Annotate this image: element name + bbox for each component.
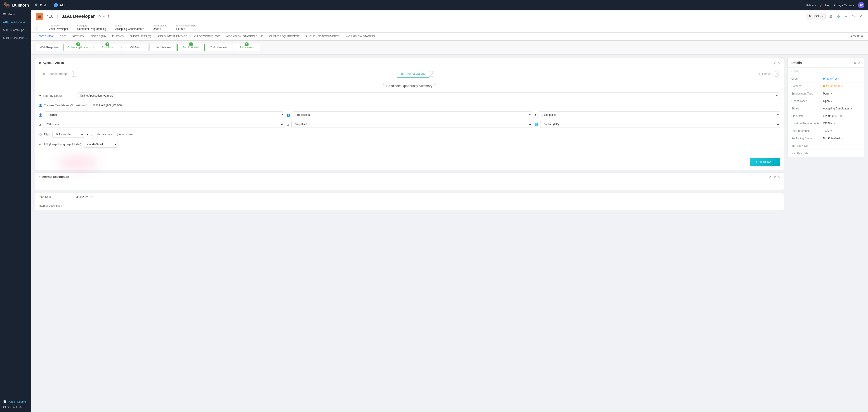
- add-button[interactable]: + Add: [52, 2, 67, 8]
- top-nav-right: Privacy ❓ Help Amaya Capracci AC: [806, 2, 864, 8]
- tax-pref-dropdown[interactable]: ▾: [831, 129, 832, 133]
- find-button[interactable]: 🔍 Find: [33, 2, 48, 8]
- int-desc-refresh-icon[interactable]: ↻: [773, 175, 776, 178]
- internal-description-card: ▪ Internal Description ⤢ ↻ ✕: [35, 173, 784, 190]
- details-close-icon[interactable]: ✕: [858, 61, 861, 65]
- pipeline-1st-interview[interactable]: 1st Interview: [149, 44, 177, 51]
- publishing-status-dropdown[interactable]: ▾: [841, 137, 843, 140]
- anonymise-checkbox[interactable]: Anonymise: [115, 133, 132, 136]
- professional-select[interactable]: Professional: [292, 112, 532, 118]
- pipeline-arrow-2: ›: [93, 46, 94, 50]
- sidebar-item-418[interactable]: 418 | Java Developer: [0, 18, 31, 26]
- actions-button[interactable]: ACTIONS ▾: [806, 13, 826, 20]
- int-desc-expand-icon[interactable]: ⤢: [769, 175, 772, 178]
- ai-close-icon[interactable]: ✕: [778, 61, 780, 64]
- pipeline-web-response[interactable]: Web Response: [36, 44, 63, 51]
- tab-assignment-invoice[interactable]: ASSIGNMENT INVOICE: [154, 33, 190, 41]
- pipeline-2nd-interview[interactable]: ✓ 2nd Interview: [178, 44, 205, 51]
- linkedin-icon[interactable]: in: [103, 15, 105, 18]
- job-icon: 💼: [36, 13, 43, 20]
- tab-shortlists[interactable]: SHORTLISTS (3): [127, 33, 154, 41]
- layout-label: LAYOUT: [849, 35, 860, 38]
- client-dot: [823, 78, 825, 80]
- link-button[interactable]: 🔗: [835, 13, 842, 19]
- layout-icon[interactable]: ⊞: [861, 35, 864, 38]
- detail-start-date: Start Date 03/09/2024 ✕: [788, 112, 864, 120]
- file-data-only-input[interactable]: [91, 133, 94, 136]
- recruiter-select[interactable]: Recruiter: [44, 112, 284, 118]
- bullet-points-select[interactable]: Bullet points: [538, 112, 780, 118]
- step-prompt-options[interactable]: ⊞ Prompt options: [397, 70, 429, 78]
- file-data-only-checkbox[interactable]: File data only: [91, 133, 112, 136]
- employment-type-dropdown[interactable]: ▾: [831, 92, 832, 95]
- simplified-select[interactable]: Simplified: [291, 121, 532, 128]
- client-value[interactable]: SparkTech: [823, 77, 861, 80]
- location-dropdown[interactable]: ▾: [833, 122, 835, 125]
- recruiter-icon: 👤: [39, 113, 42, 117]
- open-closed-dropdown-icon[interactable]: ▾: [160, 27, 161, 31]
- details-header: Details ↻ ✕: [788, 58, 864, 68]
- anonymise-input[interactable]: [115, 133, 118, 136]
- edit-pencil-button[interactable]: ✏: [844, 13, 849, 19]
- words-select[interactable]: 200 words: [43, 121, 284, 128]
- pipeline-3rd-interview[interactable]: 3rd Interview: [205, 44, 232, 51]
- tab-notes[interactable]: NOTES (18): [88, 33, 109, 41]
- int-desc-close-icon[interactable]: ✕: [778, 175, 780, 178]
- start-date-clear[interactable]: ✕: [840, 114, 842, 118]
- tab-kyloe-workflow[interactable]: KYLOE WORKFLOW: [190, 33, 223, 41]
- close-all-tabs[interactable]: CLOSE ALL TABS: [3, 405, 28, 410]
- location-icon[interactable]: 📍: [106, 14, 110, 18]
- sidebar-item-5301[interactable]: 5301 | Rose Johnson: [0, 34, 31, 42]
- language-select[interactable]: English (UK): [540, 121, 780, 128]
- pipeline-placements[interactable]: 5 Placements: [233, 44, 260, 51]
- start-date-clear-icon[interactable]: ✕: [90, 195, 92, 199]
- filter-status-select[interactable]: Online Application (+1 more) ▾: [78, 92, 780, 99]
- pipeline-shortlists[interactable]: 3 Shortlists: [94, 44, 121, 51]
- job-meta: ID 418 Job Title Java Developer Category…: [31, 22, 868, 33]
- print-button[interactable]: 🖨: [828, 13, 833, 19]
- google-link-icon[interactable]: G: [98, 15, 101, 18]
- meta-open-closed: Open/Closed Open ▾: [153, 24, 167, 31]
- pipeline-cv-sent[interactable]: CV Sent: [122, 44, 149, 51]
- tab-files[interactable]: FILES (2): [109, 33, 127, 41]
- filter-status-chevron: ▾: [776, 94, 778, 97]
- help-link[interactable]: Help: [825, 4, 831, 7]
- quote-open-icon: ": [383, 84, 384, 88]
- internal-description-input[interactable]: [39, 204, 780, 207]
- parse-resume-link[interactable]: 📄 Parse Resume: [3, 400, 28, 404]
- open-closed-dropdown[interactable]: ▾: [831, 99, 832, 102]
- tab-workflow-staging-bulk[interactable]: WORKFLOW STAGING BULK: [223, 33, 266, 41]
- options-grid: 👤 Recruiter 👥 Professional: [39, 112, 780, 128]
- tab-published-documents[interactable]: PUBLISHED DOCUMENTS: [303, 33, 343, 41]
- candidates-select[interactable]: John Gallagher (+2 more) ▾: [90, 102, 780, 108]
- generate-button[interactable]: ✦ GENERATE: [750, 158, 780, 166]
- ai-refresh-icon[interactable]: ↻: [773, 61, 776, 64]
- menu-toggle[interactable]: ☰ Menu: [0, 10, 31, 18]
- employment-dropdown-icon[interactable]: ▾: [184, 27, 185, 31]
- refresh-button[interactable]: ↻: [851, 13, 856, 19]
- step-result[interactable]: + Result: [755, 70, 774, 77]
- privacy-link[interactable]: Privacy: [806, 4, 816, 7]
- detail-publishing-status: Publishing Status Not Published ▾: [788, 135, 864, 142]
- meta-employment-type: Employment Type Perm ▾: [176, 24, 196, 31]
- contact-value[interactable]: Sarah Sparks: [823, 85, 861, 88]
- tab-client-requirement[interactable]: CLIENT REQUIREMENT: [266, 33, 303, 41]
- llm-select[interactable]: claude-3-haiku: [84, 141, 118, 148]
- pipeline-arrow-3: ›: [121, 46, 122, 50]
- status-dropdown-icon[interactable]: ▾: [143, 27, 144, 31]
- step-choose-prompt[interactable]: ▶ Choose prompt: [39, 70, 71, 77]
- tab-edit[interactable]: EDIT: [57, 33, 69, 41]
- sidebar-item-5300[interactable]: 5300 | Sarah Sparks: [0, 26, 31, 34]
- details-refresh-icon[interactable]: ↻: [854, 61, 856, 65]
- files-label: 📎 Files: [39, 133, 50, 136]
- user-avatar[interactable]: AC: [858, 2, 864, 8]
- filter-icon: ▼: [39, 94, 41, 97]
- tab-workflow-staging[interactable]: WORKFLOW STAGING: [343, 33, 378, 41]
- close-button[interactable]: ✕: [858, 13, 864, 19]
- pipeline-online-application[interactable]: 2 Online Application: [64, 44, 93, 51]
- candidates-label: 👤 Choose Candidates (5 maximum): [39, 104, 88, 107]
- tab-activity[interactable]: ACTIVITY: [69, 33, 88, 41]
- status-dropdown[interactable]: ▾: [851, 107, 852, 110]
- tab-overview[interactable]: OVERVIEW: [36, 33, 57, 41]
- files-select[interactable]: Bullhorn files...: [53, 131, 84, 138]
